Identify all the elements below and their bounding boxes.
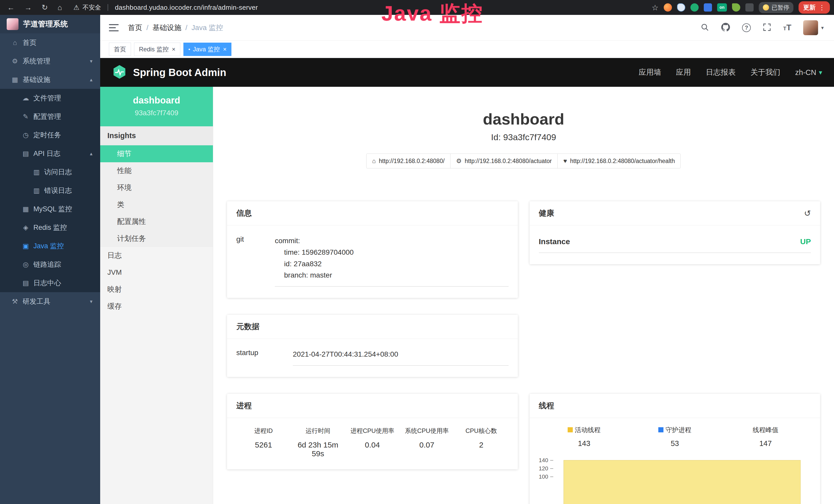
tab-redis-monitor[interactable]: Redis 监控 ×: [134, 43, 180, 56]
extension-icon[interactable]: [732, 3, 740, 12]
eye-icon: ◎: [21, 260, 30, 269]
instance-header[interactable]: dashboard 93a3fc7f7409: [100, 87, 213, 126]
process-col-cpu-cores: CPU核心数 2: [454, 427, 509, 458]
breadcrumb-item[interactable]: 基础设施: [153, 23, 181, 32]
warning-icon: ⚠: [73, 4, 79, 12]
update-button[interactable]: 更新 ⋮: [798, 1, 830, 14]
y-axis-tick: 120: [539, 465, 553, 472]
sba-nav-journal[interactable]: 日志报表: [706, 67, 736, 77]
health-url-button[interactable]: ♥ http://192.168.0.2:48080/actuator/heal…: [557, 154, 681, 168]
timer-icon: ◷: [21, 131, 30, 139]
instance-url-button[interactable]: ⌂ http://192.168.0.2:48080/: [366, 154, 451, 168]
legend-blue-swatch: [658, 427, 663, 432]
sba-item-details[interactable]: 细节: [100, 145, 213, 162]
refresh-icon[interactable]: ↻: [42, 4, 48, 11]
document-icon: ▤: [21, 150, 30, 158]
extension-on-badge[interactable]: on: [717, 3, 727, 12]
wrench-icon: ⚙: [456, 157, 462, 165]
sidebar-item-log-center[interactable]: ▤ 日志中心: [0, 274, 100, 292]
chevron-down-icon: ▾: [90, 298, 92, 304]
app-logo: [7, 18, 19, 30]
threads-card-title: 线程: [530, 394, 820, 418]
health-instance-row[interactable]: Instance UP: [539, 229, 811, 253]
browser-right-cluster: ☆ on 已暂停 更新 ⋮: [652, 1, 834, 14]
sidebar-item-redis-monitor[interactable]: ◈ Redis 监控: [0, 218, 100, 237]
fullscreen-icon[interactable]: [763, 23, 771, 32]
sidebar-item-java-monitor[interactable]: ▣ Java 监控: [0, 237, 100, 255]
extension-icon[interactable]: [704, 3, 712, 12]
gear-icon: ⚙: [10, 57, 20, 65]
back-icon[interactable]: ←: [7, 4, 15, 11]
url-bar[interactable]: ⚠ 不安全 dashboard.yudao.iocoder.cn/infra/a…: [73, 3, 258, 12]
sidebar-item-label: 定时任务: [34, 131, 61, 140]
sba-content: dashboard Id: 93a3fc7f7409 ⌂ http://192.…: [213, 87, 834, 504]
sidebar-item-access-logs[interactable]: ▥ 访问日志: [0, 163, 100, 181]
annotation-java-monitor: Java 监控: [381, 0, 483, 28]
forward-icon[interactable]: →: [24, 4, 32, 11]
tab-home[interactable]: 首页: [109, 43, 131, 56]
app-logo-row[interactable]: 芋道管理系统: [0, 15, 100, 33]
sba-nav-wallboard[interactable]: 应用墙: [639, 67, 661, 77]
sba-item-classes[interactable]: 类: [100, 196, 213, 213]
hamburger-icon[interactable]: [109, 24, 119, 31]
legend-live-threads: 活动线程 143: [539, 426, 630, 448]
sidebar-item-home[interactable]: ⌂ 首页: [0, 33, 100, 52]
legend-peak-threads: 线程峰值 147: [720, 426, 811, 448]
sba-nav-about[interactable]: 关于我们: [750, 67, 780, 77]
history-icon[interactable]: ↺: [804, 208, 811, 218]
heart-icon: ♥: [563, 157, 567, 165]
sba-item-config-properties[interactable]: 配置属性: [100, 213, 213, 230]
sidebar-item-system-management[interactable]: ⚙ 系统管理 ▾: [0, 52, 100, 70]
sidebar-item-label: 系统管理: [23, 56, 50, 66]
extensions-puzzle-icon[interactable]: [745, 3, 753, 12]
caret-down-icon: ▾: [821, 25, 824, 31]
sidebar-item-error-logs[interactable]: ▥ 错误日志: [0, 181, 100, 200]
sidebar-item-label: 日志中心: [34, 278, 61, 288]
edit-icon: ✎: [21, 113, 30, 121]
document-icon: ▥: [32, 168, 41, 176]
actuator-url-button[interactable]: ⚙ http://192.168.0.2:48080/actuator: [450, 154, 557, 168]
github-icon[interactable]: [721, 23, 730, 33]
tab-close-icon[interactable]: ×: [223, 46, 226, 52]
sba-nav-applications[interactable]: 应用: [676, 67, 691, 77]
sidebar-item-api-logs[interactable]: ▤ API 日志 ▴: [0, 144, 100, 163]
sidebar-item-tracing[interactable]: ◎ 链路追踪: [0, 255, 100, 274]
cloud-icon: ☁: [21, 94, 30, 102]
bookmark-star-icon[interactable]: ☆: [652, 3, 659, 12]
avatar[interactable]: [803, 20, 818, 35]
extension-icon[interactable]: [664, 3, 672, 12]
health-key: Instance: [539, 237, 570, 246]
document-icon: ▤: [21, 279, 30, 287]
locale-label: zh-CN: [795, 68, 816, 77]
user-menu[interactable]: ▾: [803, 20, 824, 35]
security-warning-label: 不安全: [83, 3, 101, 12]
help-icon[interactable]: ?: [742, 23, 751, 32]
sidebar-item-dev-tools[interactable]: ⚒ 研发工具 ▾: [0, 292, 100, 311]
paused-badge[interactable]: 已暂停: [759, 2, 793, 13]
locale-selector[interactable]: zh-CN ▾: [795, 68, 822, 77]
extension-icon[interactable]: [677, 3, 685, 12]
sba-item-logs[interactable]: 日志: [100, 247, 213, 264]
info-git-row: git commit: time: 1596289704000 id: 27aa…: [236, 229, 509, 287]
sba-item-jvm[interactable]: JVM: [100, 264, 213, 281]
sidebar-item-file-management[interactable]: ☁ 文件管理: [0, 89, 100, 107]
extension-icon[interactable]: [690, 3, 699, 12]
tab-java-monitor[interactable]: ● Java 监控 ×: [183, 43, 232, 56]
update-label: 更新: [803, 3, 815, 12]
sba-item-caches[interactable]: 缓存: [100, 298, 213, 315]
sidebar-item-infrastructure[interactable]: ▦ 基础设施 ▴: [0, 70, 100, 89]
monitor-icon: ▦: [10, 76, 20, 84]
sba-item-mappings[interactable]: 映射: [100, 281, 213, 298]
search-icon[interactable]: [700, 23, 709, 32]
sidebar-item-config-management[interactable]: ✎ 配置管理: [0, 107, 100, 126]
tab-close-icon[interactable]: ×: [172, 46, 175, 52]
sba-item-performance[interactable]: 性能: [100, 162, 213, 179]
sidebar-item-scheduled-jobs[interactable]: ◷ 定时任务: [0, 126, 100, 144]
browser-menu-icon[interactable]: ⋮: [818, 4, 825, 12]
sba-item-environment[interactable]: 环境: [100, 179, 213, 196]
sba-item-scheduled-tasks[interactable]: 计划任务: [100, 230, 213, 247]
breadcrumb-item[interactable]: 首页: [128, 23, 142, 32]
font-size-icon[interactable]: TT: [783, 23, 791, 32]
sidebar-item-mysql-monitor[interactable]: ▦ MySQL 监控: [0, 200, 100, 218]
home-icon[interactable]: ⌂: [58, 4, 62, 11]
